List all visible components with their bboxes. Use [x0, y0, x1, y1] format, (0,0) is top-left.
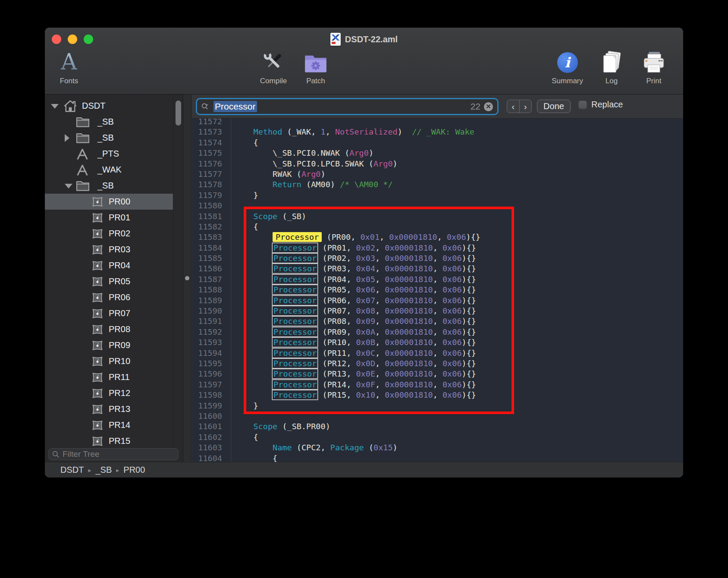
sidebar-item-label: PR11	[109, 372, 130, 382]
pane-splitter[interactable]	[183, 94, 191, 462]
device-icon	[91, 308, 104, 319]
find-result-match: Processor	[273, 285, 317, 294]
sidebar-item-label: PR08	[109, 324, 130, 334]
code-line: 11578 Return (AM00) /* \AM00 */	[192, 179, 683, 190]
sidebar-item-pr00[interactable]: PR00	[45, 194, 173, 210]
line-number: 11592	[192, 327, 227, 337]
replace-checkbox[interactable]	[578, 101, 587, 109]
line-number: 11576	[192, 159, 227, 169]
find-next-button[interactable]: ›	[520, 100, 532, 113]
code-editor[interactable]: 1157211573 Method (_WAK, 1, NotSerialize…	[191, 119, 683, 462]
code-line: 11589 Processor (PR06, 0x07, 0x00001810,…	[192, 295, 683, 306]
find-result-match: Processor	[273, 349, 317, 358]
sidebar-item-_pts[interactable]: _PTS	[45, 146, 173, 162]
sidebar-item-pr12[interactable]: PR12	[45, 385, 173, 401]
sidebar-item-label: PR09	[109, 340, 130, 350]
find-result-match: Processor	[273, 380, 317, 389]
code-line: 11593 Processor (PR10, 0x0B, 0x00001810,…	[192, 337, 683, 348]
filter-tree-field[interactable]: Filter Tree	[48, 448, 179, 460]
compile-icon	[261, 47, 286, 74]
code-text: Processor (PR02, 0x03, 0x00001810, 0x06)…	[227, 253, 683, 264]
code-text: Processor (PR12, 0x0D, 0x00001810, 0x06)…	[227, 358, 683, 369]
sidebar-item-_sb[interactable]: _SB	[45, 178, 173, 194]
patch-toolbar-button[interactable]: Patch	[302, 47, 329, 85]
print-toolbar-button[interactable]: Print	[640, 47, 668, 85]
find-bar: Processor 22 ✕ ‹ › Done Replace	[191, 94, 683, 119]
find-result-match: Processor	[273, 264, 317, 273]
sidebar-item-_sb[interactable]: _SB	[45, 130, 173, 146]
sidebar-item-label: _SB	[97, 117, 114, 127]
line-number: 11587	[192, 274, 227, 285]
sidebar-item-pr01[interactable]: PR01	[45, 210, 173, 226]
line-number: 11602	[192, 432, 227, 443]
clear-search-icon[interactable]: ✕	[484, 102, 493, 111]
sidebar-item-_wak[interactable]: _WAK	[45, 162, 173, 178]
sidebar-item-pr09[interactable]: PR09	[45, 337, 173, 353]
code-line: 11598 Processor (PR15, 0x10, 0x00001810,…	[192, 390, 683, 400]
code-text: Processor (PR05, 0x06, 0x00001810, 0x06)…	[227, 285, 683, 295]
disclosure-down-icon[interactable]	[65, 184, 72, 188]
code-text	[227, 411, 683, 421]
toolbar-right: iSummaryLogPrint	[552, 47, 668, 85]
sidebar-item-_sb[interactable]: _SB	[45, 114, 173, 130]
disclosure-down-icon[interactable]	[51, 104, 59, 109]
find-result-match: Processor	[273, 275, 317, 284]
line-number: 11596	[192, 369, 227, 379]
done-button[interactable]: Done	[537, 100, 571, 113]
title-toolbar: DSDT-22.aml AFonts CompilePatch iSummary…	[45, 28, 683, 94]
find-field[interactable]: Processor 22 ✕	[196, 98, 499, 115]
sidebar-scrollbar[interactable]	[176, 101, 181, 126]
fonts-icon: A	[61, 47, 77, 74]
line-number: 11597	[192, 380, 227, 390]
breadcrumb-item-_sb[interactable]: _SB	[95, 465, 112, 475]
sidebar-item-label: PR00	[109, 197, 130, 207]
sidebar-item-pr03[interactable]: PR03	[45, 242, 173, 258]
sidebar-item-label: PR03	[109, 245, 130, 254]
disclosure-right-icon[interactable]	[65, 134, 69, 142]
navigator-sidebar: DSDT_SB_SB_PTS_WAK_SBPR00PR01PR02PR03PR0…	[45, 94, 183, 462]
sidebar-item-label: PR04	[109, 261, 130, 270]
sidebar-item-pr15[interactable]: PR15	[45, 433, 173, 447]
sidebar-item-pr02[interactable]: PR02	[45, 226, 173, 242]
sidebar-item-dsdt[interactable]: DSDT	[45, 98, 173, 114]
code-line: 11573 Method (_WAK, 1, NotSerialized) //…	[192, 127, 683, 137]
sidebar-item-pr13[interactable]: PR13	[45, 401, 173, 417]
find-result-match: Processor	[273, 296, 317, 305]
code-line: 11583 Processor (PR00, 0x01, 0x00001810,…	[192, 232, 683, 242]
code-line: 11602 {	[192, 432, 683, 443]
log-toolbar-button[interactable]: Log	[598, 47, 625, 85]
sidebar-item-label: PR05	[109, 276, 130, 286]
fonts-toolbar-button[interactable]: AFonts	[55, 47, 83, 85]
find-previous-button[interactable]: ‹	[507, 100, 520, 113]
code-line: 11585 Processor (PR02, 0x03, 0x00001810,…	[192, 253, 683, 264]
sidebar-item-pr04[interactable]: PR04	[45, 258, 173, 273]
folder-icon	[76, 132, 90, 144]
sidebar-item-label: PR10	[109, 356, 130, 366]
sidebar-item-pr08[interactable]: PR08	[45, 321, 173, 337]
patch-icon	[304, 47, 328, 74]
code-line: 11594 Processor (PR11, 0x0C, 0x00001810,…	[192, 348, 683, 358]
code-line: 11582 {	[192, 222, 683, 232]
sidebar-item-pr06[interactable]: PR06	[45, 289, 173, 305]
device-icon	[91, 356, 104, 367]
code-text: Processor (PR14, 0x0F, 0x00001810, 0x06)…	[227, 380, 683, 390]
device-icon	[91, 276, 104, 287]
find-count: 22	[471, 101, 480, 112]
breadcrumb-item-dsdt[interactable]: DSDT	[60, 465, 84, 475]
find-result-match: Processor	[273, 359, 317, 368]
sidebar-item-pr14[interactable]: PR14	[45, 417, 173, 433]
line-number: 11593	[192, 337, 227, 348]
line-number: 11579	[192, 190, 227, 201]
sidebar-item-pr10[interactable]: PR10	[45, 353, 173, 369]
code-text: Processor (PR04, 0x05, 0x00001810, 0x06)…	[227, 274, 683, 285]
compile-toolbar-button[interactable]: Compile	[260, 47, 287, 85]
breadcrumb-item-pr00[interactable]: PR00	[123, 465, 145, 475]
search-menu-icon[interactable]	[201, 102, 210, 111]
line-number: 11583	[192, 232, 227, 242]
summary-toolbar-button[interactable]: iSummary	[552, 47, 583, 85]
sidebar-item-pr11[interactable]: PR11	[45, 369, 173, 385]
sidebar-item-pr05[interactable]: PR05	[45, 273, 173, 289]
splitter-handle[interactable]	[185, 276, 189, 280]
sidebar-item-pr07[interactable]: PR07	[45, 305, 173, 321]
code-text: Name (CPC2, Package (0x15)	[227, 443, 683, 453]
